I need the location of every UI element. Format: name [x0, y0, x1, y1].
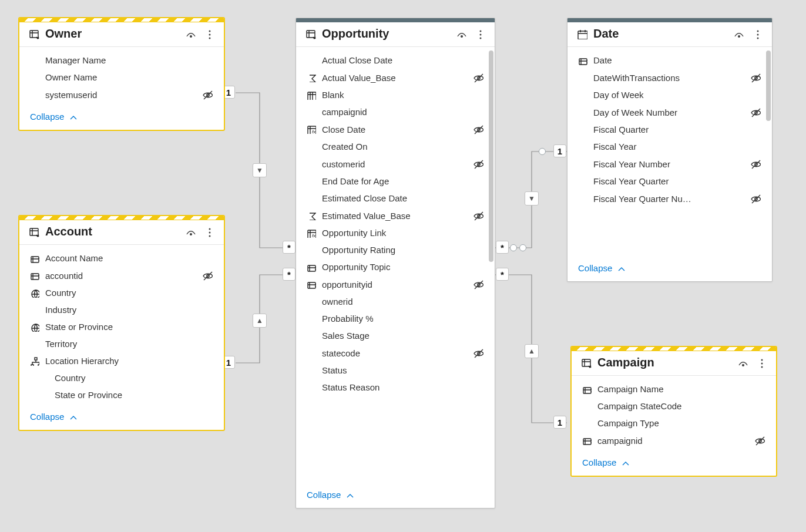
field-row[interactable]: Actual Value_Base — [303, 69, 488, 86]
field-row[interactable]: Fiscal Year Number — [575, 155, 765, 173]
filter-direction-opp-date[interactable]: ▼ — [525, 191, 539, 206]
field-name: Campaign StateCode — [597, 401, 748, 411]
field-row[interactable]: opportunityid — [303, 275, 488, 293]
field-row[interactable]: Opportunity Topic — [303, 258, 488, 275]
collapse-button-account[interactable]: Collapse — [19, 406, 224, 430]
hidden-indicator-icon[interactable] — [748, 193, 763, 204]
field-row[interactable]: Day of Week — [575, 86, 765, 103]
scrollbar-thumb[interactable] — [766, 50, 771, 121]
table-card-date[interactable]: Date DateDateWithTransactionsDay of Week… — [567, 18, 773, 282]
field-row[interactable]: Fiscal Year Quarter Nu… — [575, 190, 765, 207]
key-icon — [305, 280, 317, 289]
field-row[interactable]: Country — [26, 369, 217, 386]
field-row[interactable]: Account Name — [26, 250, 217, 267]
scrollbar-thumb[interactable] — [489, 50, 493, 262]
key-icon — [29, 271, 41, 280]
hidden-indicator-icon[interactable] — [471, 279, 485, 289]
field-name: Country — [55, 373, 196, 383]
field-row[interactable]: customerid — [303, 155, 488, 173]
field-row[interactable]: Country — [26, 284, 217, 301]
field-row[interactable]: State or Province — [26, 386, 217, 403]
hidden-indicator-icon[interactable] — [748, 159, 763, 169]
visibility-icon[interactable] — [456, 29, 466, 39]
field-row[interactable]: Status Reason — [303, 379, 488, 396]
field-name: State or Province — [55, 390, 196, 400]
visibility-icon[interactable] — [185, 227, 196, 237]
field-row[interactable]: DateWithTransactions — [575, 69, 765, 86]
more-options-icon[interactable] — [756, 358, 767, 368]
field-row[interactable]: Close Date — [303, 120, 488, 138]
field-row[interactable]: Campaign Type — [579, 415, 769, 432]
field-row[interactable]: systemuserid — [26, 86, 217, 103]
field-row[interactable]: Sales Stage — [303, 327, 488, 344]
collapse-button-campaign[interactable]: Collapse — [572, 452, 776, 476]
filter-direction-owner-opp[interactable]: ▼ — [253, 163, 267, 177]
field-row[interactable]: Estimated Close Date — [303, 190, 488, 207]
table-icon — [29, 227, 39, 237]
field-row[interactable]: Campaign Name — [579, 381, 769, 398]
collapse-label: Collapse — [578, 263, 612, 273]
field-row[interactable]: Opportunity Rating — [303, 241, 488, 258]
field-row[interactable]: Territory — [26, 335, 217, 352]
field-row[interactable]: Date — [575, 52, 765, 69]
visibility-icon[interactable] — [733, 29, 744, 39]
field-row[interactable]: State or Province — [26, 318, 217, 335]
hidden-indicator-icon[interactable] — [471, 159, 485, 169]
field-list-owner: Manager NameOwner Namesystemuserid — [19, 47, 224, 106]
hidden-indicator-icon[interactable] — [200, 89, 214, 100]
field-row[interactable]: End Date for Age — [303, 173, 488, 190]
table-card-account[interactable]: Account Account NameaccountidCountryIndu… — [19, 216, 224, 430]
card-header-owner[interactable]: Owner — [19, 22, 224, 47]
hidden-indicator-icon[interactable] — [471, 124, 485, 134]
field-name: Owner Name — [45, 72, 196, 82]
field-row[interactable]: statecode — [303, 344, 488, 362]
field-row[interactable]: Day of Week Number — [575, 103, 765, 121]
filter-direction-account-opp[interactable]: ▲ — [253, 314, 267, 328]
field-row[interactable]: Owner Name — [26, 69, 217, 86]
field-row[interactable]: ownerid — [303, 293, 488, 310]
field-row[interactable]: Blank — [303, 86, 488, 103]
hidden-indicator-icon[interactable] — [471, 72, 485, 83]
hidden-indicator-icon[interactable] — [753, 435, 767, 446]
hidden-indicator-icon[interactable] — [200, 270, 214, 281]
hidden-indicator-icon[interactable] — [748, 107, 763, 117]
collapse-button-owner[interactable]: Collapse — [19, 106, 224, 130]
table-card-campaign[interactable]: Campaign Campaign NameCampaign StateCode… — [571, 346, 777, 476]
hidden-indicator-icon[interactable] — [471, 210, 485, 221]
collapse-button-opportunity[interactable]: Collapse — [296, 484, 495, 508]
visibility-icon[interactable] — [737, 358, 748, 368]
field-row[interactable]: Opportunity Link — [303, 224, 488, 241]
header-stripe — [567, 18, 772, 22]
field-row[interactable]: campaignid — [303, 103, 488, 120]
card-header-opportunity[interactable]: Opportunity — [296, 22, 495, 47]
field-row[interactable]: Manager Name — [26, 52, 217, 69]
field-row[interactable]: accountid — [26, 267, 217, 284]
more-options-icon[interactable] — [204, 227, 214, 237]
model-canvas[interactable]: 1 ▼ * 1 ▲ * * ▼ 1 * ▲ 1 Owner Manager Na… — [0, 0, 806, 532]
visibility-icon[interactable] — [185, 29, 196, 39]
table-card-owner[interactable]: Owner Manager NameOwner Namesystemuserid… — [19, 18, 224, 130]
more-options-icon[interactable] — [204, 29, 214, 39]
more-options-icon[interactable] — [752, 29, 763, 39]
card-header-account[interactable]: Account — [19, 220, 224, 245]
field-row[interactable]: Actual Close Date — [303, 52, 488, 69]
field-row[interactable]: Fiscal Quarter — [575, 121, 765, 138]
field-row[interactable]: Created On — [303, 138, 488, 155]
collapse-button-date[interactable]: Collapse — [567, 257, 772, 281]
card-header-campaign[interactable]: Campaign — [572, 351, 776, 376]
card-header-date[interactable]: Date — [567, 22, 772, 47]
field-row[interactable]: Probability % — [303, 310, 488, 327]
field-row[interactable]: Location Hierarchy — [26, 352, 217, 369]
more-options-icon[interactable] — [475, 29, 485, 39]
field-row[interactable]: Fiscal Year — [575, 138, 765, 155]
field-row[interactable]: campaignid — [579, 432, 769, 449]
field-row[interactable]: Status — [303, 362, 488, 379]
field-row[interactable]: Fiscal Year Quarter — [575, 173, 765, 190]
hidden-indicator-icon[interactable] — [471, 348, 485, 358]
field-row[interactable]: Campaign StateCode — [579, 398, 769, 415]
field-row[interactable]: Estimated Value_Base — [303, 207, 488, 224]
hidden-indicator-icon[interactable] — [748, 72, 763, 83]
table-card-opportunity[interactable]: Opportunity Actual Close DateActual Valu… — [295, 18, 495, 509]
filter-direction-opp-campaign[interactable]: ▲ — [525, 344, 539, 358]
field-row[interactable]: Industry — [26, 301, 217, 318]
